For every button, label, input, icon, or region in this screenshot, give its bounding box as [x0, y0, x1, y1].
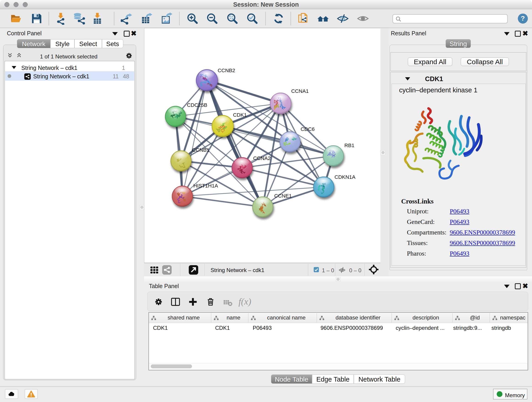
svg-text:CCNA2: CCNA2: [253, 155, 271, 161]
svg-text:CDKN1A: CDKN1A: [335, 174, 355, 180]
svg-text:CCNB2: CCNB2: [218, 68, 235, 73]
svg-text:CDC6: CDC6: [301, 126, 315, 132]
svg-text:CCNA1: CCNA1: [291, 88, 309, 94]
svg-text:HIST1H1A: HIST1H1A: [193, 183, 218, 189]
svg-text:?: ?: [521, 15, 525, 22]
svg-text:CDC25B: CDC25B: [187, 102, 207, 108]
svg-text:CCNB1: CCNB1: [192, 147, 209, 153]
svg-text:CCNE1: CCNE1: [274, 193, 292, 199]
svg-text:RB1: RB1: [344, 143, 355, 148]
svg-text:CDK1: CDK1: [233, 112, 247, 118]
